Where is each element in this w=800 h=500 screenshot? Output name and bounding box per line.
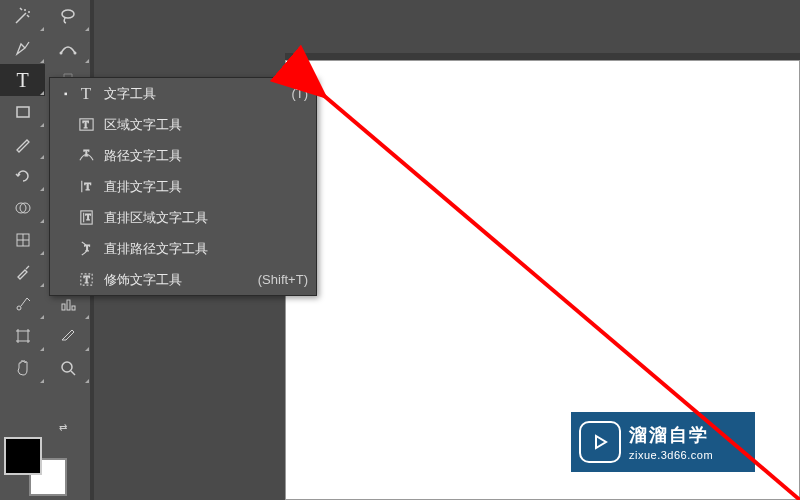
flyout-label: 区域文字工具 [104, 116, 308, 134]
vertical-area-type-icon: T [74, 209, 98, 226]
flyout-label: 直排路径文字工具 [104, 240, 308, 258]
svg-point-18 [62, 362, 72, 372]
touch-type-icon: T [74, 271, 98, 288]
tool-type[interactable]: T [0, 64, 45, 96]
flyout-vertical-area-type-tool[interactable]: T 直排区域文字工具 [50, 202, 316, 233]
tool-hand[interactable] [0, 352, 45, 384]
selected-dot: ▪ [64, 88, 74, 99]
flyout-label: 直排文字工具 [104, 178, 308, 196]
svg-text:T: T [84, 243, 90, 253]
svg-text:T: T [82, 120, 88, 130]
tool-slice[interactable] [45, 320, 90, 352]
svg-point-0 [62, 10, 74, 18]
svg-text:T: T [84, 181, 91, 192]
flyout-type-tool[interactable]: ▪ T 文字工具 (T) [50, 78, 316, 109]
svg-marker-32 [596, 436, 606, 448]
tool-lasso[interactable] [45, 0, 90, 32]
watermark-url: zixue.3d66.com [629, 449, 713, 461]
flyout-path-type-tool[interactable]: T 路径文字工具 [50, 140, 316, 171]
path-type-icon: T [74, 147, 98, 164]
svg-text:T: T [83, 275, 89, 285]
svg-point-2 [73, 52, 76, 55]
tool-rectangle[interactable] [0, 96, 45, 128]
watermark-logo-icon [579, 421, 621, 463]
color-swatch-area: ⇄ [4, 437, 59, 492]
type-icon: T [74, 84, 98, 104]
swap-colors-icon[interactable]: ⇄ [59, 422, 67, 433]
svg-line-19 [71, 371, 75, 375]
svg-text:T: T [85, 212, 91, 222]
svg-rect-17 [18, 331, 28, 341]
type-tool-flyout: ▪ T 文字工具 (T) T 区域文字工具 T 路径文字工具 T 直排文字工具 … [49, 77, 317, 296]
flyout-shortcut: (T) [291, 86, 308, 101]
svg-text:T: T [83, 148, 89, 158]
tool-zoom[interactable] [45, 352, 90, 384]
tool-mesh[interactable] [0, 224, 45, 256]
svg-rect-16 [72, 306, 75, 310]
svg-point-13 [17, 306, 21, 310]
flyout-label: 修饰文字工具 [104, 271, 250, 289]
area-type-icon: T [74, 116, 98, 133]
flyout-touch-type-tool[interactable]: T 修饰文字工具 (Shift+T) [50, 264, 316, 295]
tool-pen[interactable] [0, 32, 45, 64]
tool-curvature-pen[interactable] [45, 32, 90, 64]
flyout-label: 直排区域文字工具 [104, 209, 308, 227]
flyout-vertical-type-tool[interactable]: T 直排文字工具 [50, 171, 316, 202]
svg-rect-14 [62, 304, 65, 310]
vertical-path-type-icon: T [74, 240, 98, 257]
svg-rect-15 [67, 300, 70, 310]
tool-magic-wand[interactable] [0, 0, 45, 32]
watermark-title: 溜溜自学 [629, 423, 713, 447]
flyout-label: 路径文字工具 [104, 147, 308, 165]
flyout-vertical-path-type-tool[interactable]: T 直排路径文字工具 [50, 233, 316, 264]
flyout-label: 文字工具 [104, 85, 283, 103]
tool-shape-builder[interactable] [0, 192, 45, 224]
flyout-area-type-tool[interactable]: T 区域文字工具 [50, 109, 316, 140]
tool-rotate[interactable] [0, 160, 45, 192]
vertical-type-icon: T [74, 178, 98, 195]
tool-eyedropper[interactable] [0, 256, 45, 288]
watermark: 溜溜自学 zixue.3d66.com [571, 412, 755, 472]
svg-rect-3 [17, 107, 29, 117]
foreground-color[interactable] [4, 437, 42, 475]
tool-brush[interactable] [0, 128, 45, 160]
canvas-top-border [285, 53, 800, 60]
tool-symbol-sprayer[interactable] [0, 288, 45, 320]
tool-artboard[interactable] [0, 320, 45, 352]
svg-point-1 [59, 52, 62, 55]
flyout-shortcut: (Shift+T) [258, 272, 308, 287]
